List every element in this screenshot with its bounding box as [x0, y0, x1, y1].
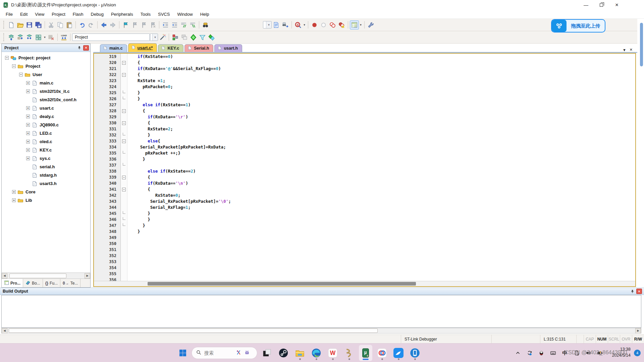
new-file-icon[interactable]	[7, 20, 16, 29]
dropdown-caret-icon[interactable]: ▾	[359, 23, 363, 26]
find-combobox[interactable]: ▾	[263, 21, 272, 28]
expand-icon[interactable]: +	[26, 157, 30, 160]
copy-icon[interactable]	[56, 20, 65, 29]
editor-hscroll-thumb[interactable]	[148, 282, 416, 286]
scroll-thumb[interactable]	[9, 328, 378, 333]
paste-icon[interactable]	[65, 20, 74, 29]
tree-item-led-c[interactable]: +LED.c	[2, 129, 90, 137]
pack-installer-icon[interactable]	[207, 33, 216, 42]
tab-close-icon[interactable]: ✕	[630, 48, 633, 52]
menu-peripherals[interactable]: Peripherals	[107, 11, 137, 18]
tree-item-oled-c[interactable]: +oled.c	[2, 137, 90, 146]
target-caret-box[interactable]: ▾	[150, 34, 158, 41]
fold-collapse-icon[interactable]: −	[121, 138, 127, 144]
open-file-icon[interactable]	[16, 20, 25, 29]
save-all-icon[interactable]	[34, 20, 43, 29]
scroll-left-icon[interactable]: ◀	[2, 328, 7, 334]
expand-icon[interactable]: +	[12, 198, 16, 202]
cut-icon[interactable]	[47, 20, 56, 29]
bookmark-clear-icon[interactable]	[148, 20, 157, 29]
fold-box[interactable]: −	[122, 188, 126, 191]
options-wand-icon[interactable]	[158, 33, 167, 42]
redo-icon[interactable]	[87, 20, 96, 29]
menu-file[interactable]: File	[2, 11, 16, 18]
fold-box[interactable]: −	[122, 176, 126, 179]
restore-button[interactable]	[594, 0, 609, 10]
build-output-content[interactable]	[1, 295, 641, 328]
fold-collapse-icon[interactable]: −	[121, 72, 127, 78]
drag-upload-button[interactable]: 拖拽至此上传	[551, 19, 605, 33]
scroll-right-icon[interactable]: ▶	[85, 273, 90, 279]
indent-icon[interactable]	[161, 20, 170, 29]
fold-collapse-icon[interactable]: −	[121, 186, 127, 192]
fold-collapse-icon[interactable]: −	[121, 120, 127, 126]
configure-icon[interactable]	[366, 20, 375, 29]
file-explorer-icon[interactable]	[293, 345, 307, 361]
document-tab-key.c[interactable]: KEY.c	[158, 44, 183, 52]
phone-emulator-icon[interactable]	[408, 345, 422, 361]
tree-item-stm32f10x-conf-h[interactable]: −stm32f10x_conf.h	[2, 96, 90, 104]
stop-build-icon[interactable]	[47, 33, 56, 42]
tree-item-project[interactable]: −Project	[2, 62, 90, 70]
document-tab-usart.h[interactable]: usart.h	[214, 44, 242, 52]
expand-icon[interactable]: +	[26, 140, 30, 143]
steam-icon[interactable]	[277, 345, 290, 361]
menu-tools[interactable]: Tools	[137, 11, 154, 18]
expand-icon[interactable]: +	[26, 89, 30, 93]
fold-collapse-icon[interactable]: −	[121, 108, 127, 114]
document-tab-main.c[interactable]: main.c	[100, 44, 127, 52]
tree-item-core[interactable]: +Core	[2, 188, 90, 196]
qq-icon[interactable]	[538, 349, 545, 357]
menu-flash[interactable]: Flash	[69, 11, 87, 18]
target-select[interactable]: Project	[72, 34, 150, 41]
navigate-back-icon[interactable]	[99, 20, 108, 29]
menu-help[interactable]: Help	[197, 11, 213, 18]
fold-box[interactable]: −	[122, 121, 126, 125]
tree-item-sys-c[interactable]: +sys.c	[2, 154, 90, 163]
incremental-find-icon[interactable]	[281, 20, 290, 29]
bookmark-next-icon[interactable]	[139, 20, 148, 29]
tray-expand-icon[interactable]	[514, 349, 522, 357]
desktop-window-icon[interactable]	[260, 345, 274, 361]
scroll-thumb[interactable]	[9, 274, 66, 278]
fold-box[interactable]: −	[122, 139, 126, 143]
fold-box[interactable]: −	[122, 73, 126, 77]
filter-diamond-icon[interactable]	[198, 33, 207, 42]
comment-icon[interactable]	[179, 20, 188, 29]
tree-item-key-c[interactable]: +KEY.c	[2, 146, 90, 154]
code-area[interactable]: 3193203213223233243253263273283293303313…	[94, 54, 635, 281]
window-layout-icon[interactable]	[350, 20, 359, 29]
tab-list-icon[interactable]: ▼	[623, 48, 626, 52]
sync-icon[interactable]	[526, 349, 533, 357]
project-panel-close-icon[interactable]: ×	[83, 45, 89, 51]
red-blue-rings-icon[interactable]	[375, 345, 389, 361]
tree-item-stm32f10x-it-c[interactable]: +stm32f10x_it.c	[2, 87, 90, 96]
blue-bird-icon[interactable]	[392, 345, 405, 361]
collapse-icon[interactable]: −	[5, 56, 9, 60]
bookmark-toggle-icon[interactable]	[121, 20, 130, 29]
dropdown-caret-icon[interactable]: ▾	[43, 36, 47, 39]
search-input[interactable]	[204, 350, 233, 356]
scroll-right-icon[interactable]: ▶	[635, 328, 641, 334]
menu-project[interactable]: Project	[48, 11, 69, 18]
minimize-button[interactable]: —	[578, 0, 594, 10]
fold-collapse-icon[interactable]: −	[121, 174, 127, 180]
load-icon[interactable]: LOAD	[59, 33, 68, 42]
undo-icon[interactable]	[77, 20, 87, 29]
build-icon[interactable]	[16, 33, 25, 42]
dropdown-caret-icon[interactable]: ▾	[303, 23, 306, 26]
panel-tab-te[interactable]: 0→Te...	[60, 279, 80, 287]
editor-hscrollbar[interactable]	[94, 281, 635, 286]
menu-svcs[interactable]: SVCS	[154, 11, 173, 18]
collapse-icon[interactable]: −	[12, 64, 16, 68]
tree-item-usart3-h[interactable]: −usart3.h	[2, 179, 90, 188]
expand-icon[interactable]: +	[26, 148, 30, 152]
expand-icon[interactable]: +	[26, 131, 30, 135]
expand-icon[interactable]: +	[12, 190, 16, 194]
tree-item-dealy-c[interactable]: +dealy.c	[2, 112, 90, 121]
functions-diamond-icon[interactable]	[189, 33, 198, 42]
tree-item-lib[interactable]: +Lib	[2, 196, 90, 204]
debug-session-icon[interactable]: d	[293, 20, 303, 29]
breakpoint-disable-all-icon[interactable]	[328, 20, 337, 29]
tree-item-user[interactable]: −User	[2, 70, 90, 79]
